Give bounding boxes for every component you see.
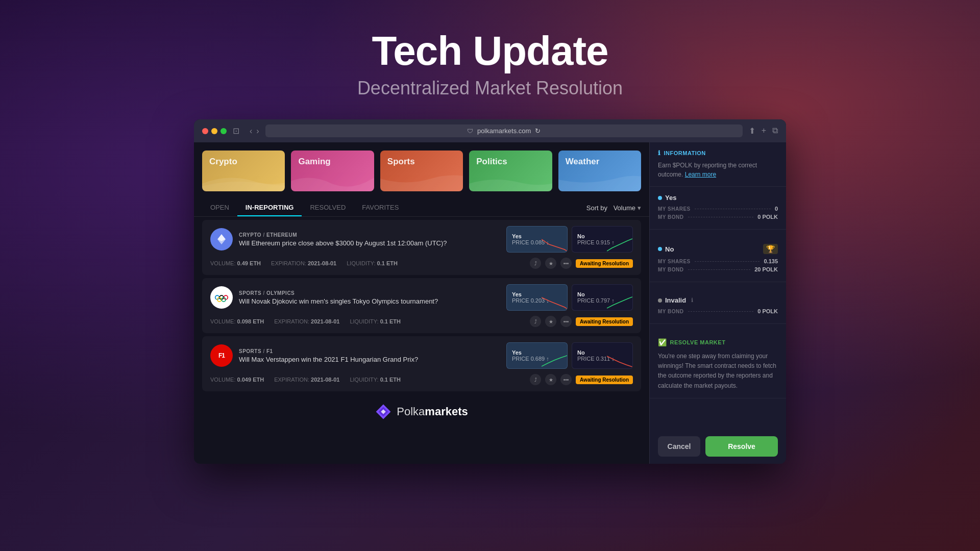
polkamarkets-brand-text: Polkamarkets	[397, 405, 468, 418]
no-shares-stat: MY SHARES 0.135	[658, 258, 778, 264]
outcome-invalid: Invalid ℹ MY BOND 0 POLK	[650, 289, 786, 324]
market-question-eth: Will Ethereum price close above $3000 by…	[239, 239, 500, 247]
market-info-olympics: SPORTS / OLYMPICS Will Novak Djokovic wi…	[239, 290, 500, 305]
info-header-text: INFORMATION	[664, 150, 706, 156]
back-icon[interactable]: ‹	[250, 127, 252, 136]
more-action-olympics[interactable]: •••	[560, 316, 572, 327]
market-actions-f1: ⤴ ★ ••• Awaiting Resolution	[530, 374, 633, 385]
traffic-lights	[202, 128, 227, 134]
tabs-icon[interactable]: ⧉	[772, 126, 778, 136]
tab-in-reporting[interactable]: IN-REPORTING	[237, 199, 302, 216]
share-action-f1[interactable]: ⤴	[530, 374, 541, 385]
polkamarkets-logo-icon	[375, 404, 391, 420]
share-icon[interactable]: ⬆	[749, 126, 755, 136]
more-action-eth[interactable]: •••	[560, 258, 572, 269]
new-tab-icon[interactable]: +	[762, 126, 766, 136]
star-action-eth[interactable]: ★	[545, 258, 556, 269]
market-question-olympics: Will Novak Djokovic win men's singles To…	[239, 297, 500, 305]
category-card-weather[interactable]: Weather	[558, 151, 641, 191]
market-info-eth: CRYPTO / ETHEREUM Will Ethereum price cl…	[239, 232, 500, 247]
sidebar-toggle-icon[interactable]: ⊡	[233, 126, 239, 136]
market-option-yes-eth[interactable]: Yes PRICE 0.085 ↓	[506, 226, 568, 253]
liquidity-olympics: LIQUIDITY: 0.1 ETH	[350, 318, 401, 324]
status-badge-olympics: Awaiting Resolution	[576, 317, 633, 326]
yes-bond-label: MY BOND	[658, 214, 684, 220]
more-action-f1[interactable]: •••	[560, 374, 572, 385]
no-bond-label: MY BOND	[658, 267, 684, 272]
yes-dot	[658, 196, 662, 200]
expiration-f1: EXPIRATION: 2021-08-01	[274, 377, 339, 383]
sort-by-label: Sort by	[586, 204, 607, 212]
panel-buttons: Cancel Resolve	[650, 429, 786, 464]
yes-bond-stat: MY BOND 0 POLK	[658, 214, 778, 220]
browser-nav: ‹ ›	[250, 127, 259, 136]
status-badge-eth: Awaiting Resolution	[576, 259, 633, 268]
yes-shares-value: 0	[775, 206, 778, 212]
traffic-light-minimize[interactable]	[211, 128, 217, 134]
invalid-bond-stat: MY BOND 0 POLK	[658, 308, 778, 314]
filter-tabs: OPEN IN-REPORTING RESOLVED FAVORITES Sor…	[194, 199, 649, 217]
outcome-yes: Yes MY SHARES 0 MY BOND 0 POLK	[650, 187, 786, 230]
category-card-gaming[interactable]: Gaming	[291, 151, 374, 191]
outcome-no: No 🏆 MY SHARES 0.135 MY BOND 20 POLK	[650, 237, 786, 282]
market-info-f1: SPORTS / F1 Will Max Verstappen win the …	[239, 348, 500, 363]
page-subtitle: Decentralized Market Resolution	[0, 78, 980, 99]
category-cards: Crypto Gaming Sports	[194, 142, 649, 199]
resolve-button[interactable]: Resolve	[705, 436, 778, 457]
tab-resolved[interactable]: RESOLVED	[302, 199, 354, 216]
category-card-sports[interactable]: Sports	[380, 151, 463, 191]
market-icon-eth	[210, 228, 233, 251]
market-row-bottom-eth: VOLUME: 0.49 ETH EXPIRATION: 2021-08-01 …	[210, 258, 633, 269]
browser-body: Crypto Gaming Sports	[194, 142, 786, 464]
share-action-olympics[interactable]: ⤴	[530, 316, 541, 327]
share-action-eth[interactable]: ⤴	[530, 258, 541, 269]
market-options-olympics: Yes PRICE 0.203 ↓ No PRICE 0.797 ↑	[506, 284, 633, 311]
browser-window: ⊡ ‹ › 🛡 polkamarkets.com ↻ ⬆ + ⧉ Crypto	[194, 119, 786, 464]
category-label-politics: Politics	[476, 157, 507, 167]
no-bond-value: 20 POLK	[754, 266, 778, 272]
market-option-yes-f1[interactable]: Yes PRICE 0.689 ↑	[506, 342, 568, 369]
tab-favorites[interactable]: FAVORITES	[354, 199, 407, 216]
star-action-f1[interactable]: ★	[545, 374, 556, 385]
cancel-button[interactable]: Cancel	[658, 436, 700, 457]
market-row-top-eth: CRYPTO / ETHEREUM Will Ethereum price cl…	[210, 226, 633, 253]
outcome-yes-header: Yes	[658, 194, 778, 202]
traffic-light-maximize[interactable]	[220, 128, 227, 134]
category-card-crypto[interactable]: Crypto	[202, 151, 285, 191]
category-label-weather: Weather	[566, 157, 600, 167]
market-category-eth: CRYPTO / ETHEREUM	[239, 232, 500, 238]
category-label-crypto: Crypto	[209, 157, 237, 167]
info-header: ℹ INFORMATION	[658, 149, 778, 157]
market-option-no-f1[interactable]: No PRICE 0.311 ↓	[572, 342, 633, 369]
market-option-yes-olympics[interactable]: Yes PRICE 0.203 ↓	[506, 284, 568, 311]
market-row-top-f1: F1 SPORTS / F1 Will Max Verstappen win t…	[210, 342, 633, 369]
outcome-no-header: No 🏆	[658, 244, 778, 254]
page-header: Tech Update Decentralized Market Resolut…	[0, 0, 980, 119]
browser-chrome: ⊡ ‹ › 🛡 polkamarkets.com ↻ ⬆ + ⧉	[194, 119, 786, 142]
main-content: Crypto Gaming Sports	[194, 142, 649, 464]
polkamarkets-brand: Polkamarkets	[194, 394, 649, 429]
info-section: ℹ INFORMATION Earn $POLK by reporting th…	[650, 142, 786, 187]
invalid-dot	[658, 298, 662, 303]
resolve-header: ✅ RESOLVE MARKET	[658, 338, 778, 346]
url-bar[interactable]: 🛡 polkamarkets.com ↻	[265, 124, 743, 137]
security-icon: 🛡	[467, 128, 473, 135]
invalid-info-icon: ℹ	[691, 297, 693, 304]
forward-icon[interactable]: ›	[256, 127, 259, 136]
market-option-no-olympics[interactable]: No PRICE 0.797 ↑	[572, 284, 633, 311]
info-text: Earn $POLK by reporting the correct outc…	[658, 161, 778, 179]
status-badge-f1: Awaiting Resolution	[576, 375, 633, 384]
market-category-olympics: SPORTS / OLYMPICS	[239, 290, 500, 296]
category-card-politics[interactable]: Politics	[469, 151, 552, 191]
tab-open[interactable]: OPEN	[202, 199, 237, 216]
no-dot	[658, 247, 662, 251]
market-option-no-eth[interactable]: No PRICE 0.915 ↑	[572, 226, 633, 253]
info-icon: ℹ	[658, 149, 661, 157]
star-action-olympics[interactable]: ★	[545, 316, 556, 327]
learn-more-link[interactable]: Learn more	[685, 171, 716, 178]
traffic-light-close[interactable]	[202, 128, 208, 134]
no-name: No	[665, 245, 674, 253]
invalid-name: Invalid	[665, 296, 686, 304]
refresh-icon[interactable]: ↻	[535, 127, 541, 135]
sort-by-control[interactable]: Sort by Volume ▾	[586, 204, 641, 212]
